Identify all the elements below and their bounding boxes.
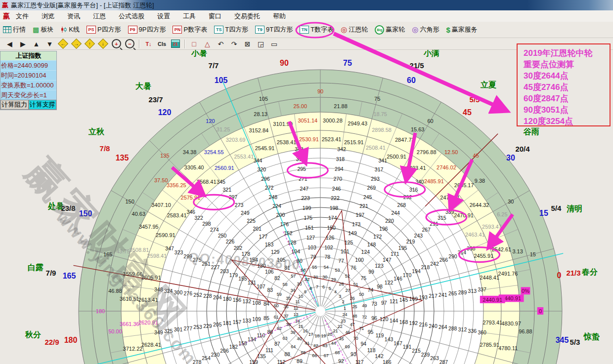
menu-item-9[interactable]: 帮助 — [273, 12, 286, 21]
gann-wheel-chart-area[interactable]: 01530456075901051201351501651800%3.136.2… — [0, 50, 613, 364]
toolbar-button-winner-wheel[interactable]: Big赢家轮 — [374, 24, 406, 36]
svg-text:119: 119 — [376, 332, 384, 338]
svg-text:90: 90 — [317, 88, 323, 94]
svg-text:2628.41: 2628.41 — [141, 342, 161, 348]
wheel-outer-label: 75 — [343, 59, 352, 67]
menu-item-2[interactable]: 资讯 — [67, 12, 80, 21]
tool-nav-up-button[interactable]: ▲ — [30, 39, 43, 49]
winner-service-icon: $ — [446, 26, 450, 34]
menu-item-4[interactable]: 公式选股 — [119, 12, 144, 21]
svg-text:112: 112 — [277, 359, 285, 364]
tool-zoom-in-button[interactable]: + — [110, 39, 123, 49]
svg-text:125: 125 — [345, 240, 353, 245]
svg-text:170: 170 — [403, 272, 412, 278]
svg-text:71: 71 — [359, 326, 364, 331]
menu-item-3[interactable]: 江恩 — [93, 12, 106, 21]
svg-text:152: 152 — [284, 230, 293, 236]
menu-item-6[interactable]: 工具 — [183, 12, 196, 21]
svg-text:2493.41: 2493.41 — [406, 165, 426, 171]
menu-item-8[interactable]: 交易委托 — [234, 12, 260, 21]
tool-rotate-ccw-button[interactable]: ↶ — [214, 39, 227, 49]
svg-text:2620.91: 2620.91 — [138, 320, 158, 325]
svg-text:199: 199 — [303, 205, 311, 211]
tool-zoom-out-button[interactable]: − — [123, 39, 136, 49]
svg-text:109: 109 — [252, 316, 261, 322]
tool-t-scale-button[interactable]: T↓ — [142, 39, 155, 49]
svg-text:98: 98 — [377, 283, 383, 289]
window-titlebar[interactable]: 赢 赢家江恩专业版[赢家服务平台] - [上证指数 江恩轮] — [0, 0, 613, 10]
svg-text:345: 345 — [217, 179, 225, 185]
svg-text:202: 202 — [234, 245, 243, 251]
svg-text:270: 270 — [333, 176, 342, 182]
svg-text:268: 268 — [397, 202, 406, 208]
tool-cls-button[interactable]: Cls — [155, 39, 169, 49]
tool-rotate-cw-button[interactable]: ↷ — [227, 39, 241, 49]
menu-item-1[interactable]: 浏览 — [42, 12, 54, 21]
svg-text:216: 216 — [419, 322, 428, 327]
svg-text:13: 13 — [293, 312, 298, 317]
tool-pan-down-button[interactable]: ↓ — [96, 39, 110, 49]
toolbar-button-9p-square[interactable]: P99P四方形 — [127, 24, 167, 36]
toolbar-button-p-square[interactable]: PSP四方形 — [86, 24, 122, 36]
svg-text:127: 127 — [306, 235, 315, 241]
svg-text:2793.41: 2793.41 — [482, 320, 502, 325]
tool-screen-button[interactable]: ▭ — [267, 39, 281, 49]
svg-text:272: 272 — [265, 185, 274, 191]
svg-text:288: 288 — [448, 325, 457, 331]
toolbar-button-gann-wheel[interactable]: ◎江恩轮 — [340, 24, 369, 36]
svg-text:200: 200 — [276, 212, 285, 218]
svg-text:325: 325 — [164, 328, 173, 334]
tool-nav-prev-button[interactable]: ◀ — [3, 39, 16, 49]
svg-text:4: 4 — [334, 289, 337, 294]
menu-item-0[interactable]: 文件 — [16, 12, 29, 21]
toolbar-button-hexagon[interactable]: ◎六角形 — [411, 24, 440, 36]
tool-close-box-button[interactable]: ⊠ — [241, 39, 254, 49]
tool-draw-square-button[interactable]: □ — [187, 39, 201, 49]
svg-text:296: 296 — [261, 176, 270, 182]
toolbar-button-9t-square[interactable]: T99T四方形 — [254, 24, 294, 36]
calc-support-button[interactable]: 计算支撑 — [29, 100, 57, 110]
toolbar-button-t-square[interactable]: TST四方形 — [213, 24, 249, 36]
svg-text:2542.61: 2542.61 — [491, 246, 511, 252]
svg-text:60: 60 — [274, 303, 279, 308]
toolbar-button-winner-service[interactable]: $赢家服务 — [445, 24, 478, 36]
tool-nav-down-button[interactable]: ▼ — [43, 39, 56, 49]
svg-text:20: 20 — [327, 332, 332, 337]
tool-pan-up-button[interactable]: ↑ — [83, 39, 96, 49]
tool-pan-right-button[interactable]: → — [70, 39, 83, 49]
svg-text:38: 38 — [286, 322, 291, 327]
svg-text:175: 175 — [304, 215, 312, 221]
svg-text:2470.91: 2470.91 — [454, 212, 474, 218]
toolbar-button-quotes[interactable]: 行情 — [2, 24, 27, 36]
svg-text:49: 49 — [362, 303, 367, 308]
toolbar-button-p-number-table[interactable]: PNP数字表 — [172, 24, 208, 36]
tool-nav-next-button[interactable]: ▶ — [16, 39, 30, 49]
toolbar-button-kline[interactable]: K线 — [59, 24, 81, 36]
svg-text:169: 169 — [409, 296, 418, 302]
toolbar-button-sectors[interactable]: ▩板块 — [32, 24, 54, 36]
svg-text:215: 215 — [412, 348, 421, 354]
svg-text:2530.91: 2530.91 — [299, 136, 319, 142]
tool-fit-button[interactable]: ◲ — [254, 39, 267, 49]
menu-item-7[interactable]: 窗口 — [209, 12, 221, 21]
calc-resistance-button[interactable]: 计算阻力 — [0, 100, 29, 110]
svg-text:132: 132 — [243, 298, 252, 304]
svg-text:2560.91: 2560.91 — [215, 165, 234, 171]
svg-text:320: 320 — [258, 166, 266, 172]
svg-text:322: 322 — [194, 215, 203, 221]
svg-text:2575.91: 2575.91 — [181, 195, 201, 201]
tool-pan-left-button[interactable]: ← — [56, 39, 70, 49]
tool-draw-triangle-button[interactable]: △ — [201, 39, 214, 49]
toolbar-button-t-number-table[interactable]: TNT数字表 — [299, 24, 335, 36]
svg-text:111: 111 — [265, 347, 273, 353]
svg-text:181: 181 — [223, 320, 232, 326]
svg-text:172: 172 — [373, 234, 382, 240]
svg-text:267: 267 — [422, 227, 431, 233]
tool-calendar-button[interactable]: 21 — [169, 39, 182, 49]
svg-text:17: 17 — [308, 332, 313, 337]
svg-text:165: 165 — [103, 251, 112, 257]
wheel-outer-label: 清明 — [567, 204, 582, 213]
menu-item-5[interactable]: 设置 — [157, 12, 170, 21]
svg-text:9.38: 9.38 — [475, 178, 485, 184]
wheel-outer-label: 立夏 — [480, 81, 496, 89]
